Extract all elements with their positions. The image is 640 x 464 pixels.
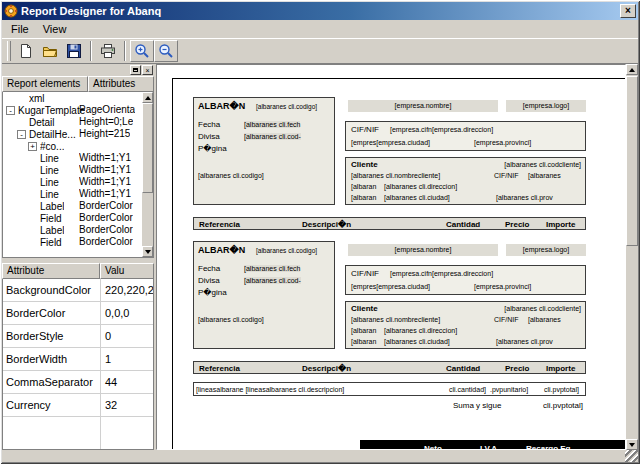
cliente-cif-label: CIF/NIF	[494, 316, 519, 323]
tree-item[interactable]: - KugarTemplate PageOrienta	[3, 104, 142, 116]
tree-item[interactable]: - DetailHe... Height=215	[3, 128, 142, 140]
attribute-value[interactable]: 0	[100, 330, 153, 342]
cliente-provincia-field: [albaranes cli.prov	[496, 194, 553, 201]
detail-band-row: [lineasalbarane [lineasalbaranes cli.des…	[193, 382, 586, 396]
scroll-down-button[interactable]	[626, 439, 638, 450]
menu-file[interactable]: File	[4, 21, 36, 37]
dock-float-button[interactable]	[130, 65, 141, 75]
attr-header-attribute[interactable]: Attribute	[2, 263, 100, 279]
attribute-row[interactable]: BorderColor 0,0,0	[3, 302, 153, 325]
print-button[interactable]	[96, 40, 120, 62]
attribute-name: BorderStyle	[3, 330, 100, 342]
tree-item[interactable]: Label BorderColor	[3, 224, 142, 236]
attribute-row[interactable]: CommaSeparator 44	[3, 371, 153, 394]
albaran-label: ALBAR�N	[198, 245, 245, 255]
col-cantidad: Cantidad	[446, 220, 480, 229]
window-title: Report Designer for Abanq	[21, 5, 620, 17]
attribute-value[interactable]: 44	[100, 376, 153, 388]
tree-header-attributes[interactable]: Attributes	[88, 76, 154, 92]
tree-item-label: Line	[40, 165, 59, 176]
fecha-label: Fecha	[198, 264, 220, 273]
tree-item[interactable]: Line Width=1;Y1	[3, 164, 142, 176]
cliente-cif-field: [albaranes	[528, 172, 561, 179]
attribute-row[interactable]: BorderStyle 0	[3, 325, 153, 348]
attribute-value[interactable]: 220,220,2	[100, 284, 153, 296]
cliente-codigo-field: [albaranes cli.codcliente]	[504, 305, 581, 312]
attribute-value[interactable]: 32	[100, 399, 153, 411]
save-floppy-icon	[66, 43, 82, 59]
tree-body: xml - KugarTemplate PageOrienta Detail	[3, 92, 142, 257]
tree-item-label: KugarTemplate	[18, 105, 85, 116]
fecha-label: Fecha	[198, 120, 220, 129]
cliente-ciudad-field: [albaranes cli.ciudad]	[384, 194, 450, 201]
column-divider	[100, 279, 101, 449]
save-button[interactable]	[62, 40, 86, 62]
codigo-field: [albaranes cli.codigo]	[198, 316, 264, 323]
cif-field: [empresa.cifn[empresa.direccion]	[390, 126, 493, 133]
scroll-up-button[interactable]	[626, 64, 638, 75]
tree-toggle-icon[interactable]: +	[28, 142, 37, 151]
tree-toggle-icon[interactable]: -	[6, 106, 15, 115]
canvas-area: ALBAR�N [albaranes cli.codigo] Fecha [al…	[154, 64, 638, 450]
cliente-cif-field: [albaranes	[528, 316, 561, 323]
tree-item[interactable]: Field BorderColor	[3, 212, 142, 224]
tree-item[interactable]: Line Width=1;Y1	[3, 188, 142, 200]
suma-y-sigue-row: Suma y sigue cli.pvptotal]	[193, 401, 586, 413]
cliente-nombre-field: [albaranes cli.nombrecliente]	[351, 316, 440, 323]
main-area: × Report elements Attributes xml	[2, 64, 638, 450]
toolbar-handle[interactable]	[7, 41, 11, 61]
dock-titlebar: ×	[2, 64, 154, 76]
new-document-button[interactable]	[14, 40, 38, 62]
albaran-box: ALBAR�N [albaranes cli.codigo] Fecha [al…	[193, 97, 335, 205]
tree-toggle-icon[interactable]: -	[17, 130, 26, 139]
scrollbar-thumb[interactable]	[626, 76, 638, 246]
col-descripcion: Descripci�n	[302, 220, 351, 229]
attribute-row[interactable]: BackgroundColor 220,220,2	[3, 279, 153, 302]
attr-header-value[interactable]: Valu	[100, 263, 154, 279]
attr-rows: BackgroundColor 220,220,2 BorderColor 0,…	[3, 279, 153, 417]
dock-close-button[interactable]: ×	[142, 65, 153, 75]
resize-grip[interactable]	[625, 450, 638, 462]
tree-item[interactable]: Field BorderColor	[3, 236, 142, 248]
toolbar	[2, 38, 638, 64]
tree-item[interactable]: Detail Height=0;Le	[3, 116, 142, 128]
zoom-in-button[interactable]	[130, 40, 154, 62]
empresa-cif-box: CIF/NIF [empresa.cifn[empresa.direccion]…	[345, 265, 586, 295]
tree-item[interactable]: Label BorderColor	[3, 200, 142, 212]
left-dock-panel: × Report elements Attributes xml	[2, 64, 154, 450]
open-file-button[interactable]	[38, 40, 62, 62]
scroll-down-button[interactable]	[142, 246, 153, 257]
scrollbar-thumb[interactable]	[142, 103, 153, 193]
tree-item[interactable]: Line Width=1;Y1	[3, 152, 142, 164]
tree-header-elements[interactable]: Report elements	[2, 76, 88, 92]
direccion-prefix-field: [albaran	[351, 183, 376, 190]
tree-item-value: Width=1;Y1	[79, 152, 131, 163]
divisa-field: [albaranes cli.cod-	[244, 133, 301, 140]
tree-item[interactable]: + #co...	[3, 140, 142, 152]
attribute-value[interactable]: 0,0,0	[100, 307, 153, 319]
direccion-prefix-field: [albaran	[351, 327, 376, 334]
canvas-vertical-scrollbar	[626, 64, 638, 450]
app-icon	[4, 4, 18, 18]
tree-item-value: BorderColor	[79, 200, 133, 211]
tree-item-label: Line	[40, 153, 59, 164]
menu-view[interactable]: View	[36, 21, 74, 37]
toolbar-separator	[124, 41, 126, 61]
empresa-logo-field: [empresa.logo]	[506, 100, 586, 112]
tree-item-label: Line	[40, 177, 59, 188]
tree-item[interactable]: Line Width=1;Y1	[3, 176, 142, 188]
attribute-row[interactable]: Currency 32	[3, 394, 153, 417]
attribute-name: BackgroundColor	[3, 284, 100, 296]
title-bar[interactable]: Report Designer for Abanq ×	[2, 2, 638, 20]
tree-item[interactable]: xml	[3, 92, 142, 104]
cif-field: [empresa.cifn[empresa.direccion]	[390, 270, 493, 277]
float-icon	[133, 68, 138, 72]
attribute-value[interactable]: 1	[100, 353, 153, 365]
attribute-row[interactable]: BorderWidth 1	[3, 348, 153, 371]
attribute-name: Currency	[3, 399, 100, 411]
scroll-up-button[interactable]	[142, 92, 153, 103]
cliente-label: Cliente	[351, 160, 378, 169]
tree-item-value: BorderColor	[79, 212, 133, 223]
close-button[interactable]: ×	[620, 4, 636, 18]
zoom-out-button[interactable]	[154, 40, 178, 62]
